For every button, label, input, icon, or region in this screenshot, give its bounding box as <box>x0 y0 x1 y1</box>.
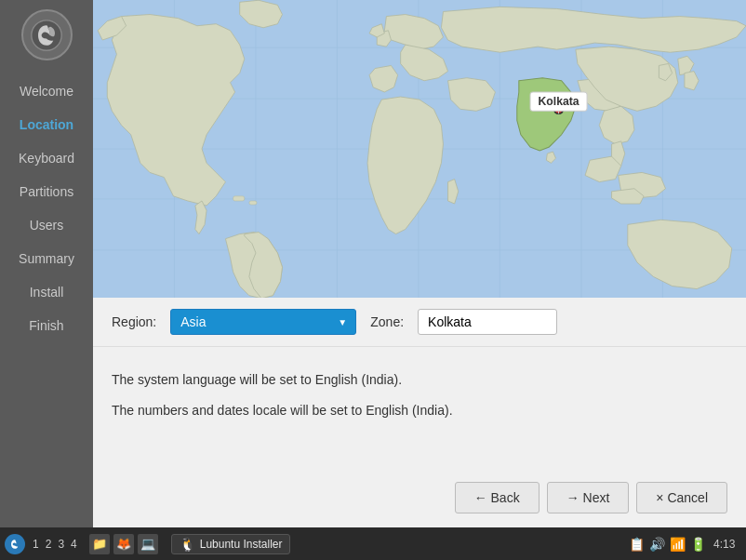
back-button[interactable]: ← Back <box>455 482 540 513</box>
taskbar-left: 1 2 3 4 📁 🦊 💻 🐧 Lubuntu Installer <box>5 534 290 554</box>
cancel-button[interactable]: × Cancel <box>636 482 727 513</box>
sidebar-item-welcome[interactable]: Welcome <box>0 74 93 108</box>
region-label: Region: <box>112 314 156 329</box>
taskbar-filemanager-icon[interactable]: 📁 <box>89 534 110 554</box>
taskbar-terminal-icon[interactable]: 💻 <box>138 534 158 554</box>
sidebar-item-keyboard[interactable]: Keyboard <box>0 141 93 175</box>
taskbar-clock: 4:13 <box>713 538 741 551</box>
svg-point-20 <box>8 537 21 550</box>
taskbar-network-icon[interactable]: 📶 <box>670 537 686 552</box>
taskbar: 1 2 3 4 📁 🦊 💻 🐧 Lubuntu Installer <box>0 527 746 560</box>
taskbar-app-label: Lubuntu Installer <box>200 538 283 551</box>
sidebar-item-finish[interactable]: Finish <box>0 309 93 342</box>
svg-rect-15 <box>249 201 257 205</box>
sidebar-item-install[interactable]: Install <box>0 275 93 309</box>
taskbar-volume-icon[interactable]: 🔊 <box>649 537 665 552</box>
taskbar-firefox-icon[interactable]: 🦊 <box>113 534 134 554</box>
taskbar-lubuntu-icon[interactable] <box>5 534 25 554</box>
svg-point-0 <box>32 20 61 49</box>
logo <box>21 9 73 60</box>
sidebar: Welcome Location Keyboard Partitions Use… <box>0 0 93 527</box>
info-area: The system language will be set to Engli… <box>93 347 746 473</box>
info-line-2: The numbers and dates locale will be set… <box>112 401 727 420</box>
sidebar-item-location[interactable]: Location <box>0 108 93 141</box>
taskbar-battery-icon[interactable]: 🔋 <box>690 537 706 552</box>
region-select[interactable]: Asia Europe America Africa Pacific <box>170 309 356 335</box>
info-line-1: The system language will be set to Engli… <box>112 370 727 390</box>
taskbar-workspace-numbers[interactable]: 1 2 3 4 <box>31 538 79 551</box>
taskbar-clipboard-icon[interactable]: 📋 <box>629 537 645 552</box>
taskbar-active-app[interactable]: 🐧 Lubuntu Installer <box>171 534 291 554</box>
button-row: ← Back → Next × Cancel <box>93 473 746 527</box>
zone-value: Kolkata <box>418 309 557 335</box>
taskbar-app-icons: 📁 🦊 💻 <box>89 534 158 554</box>
region-select-wrapper[interactable]: Asia Europe America Africa Pacific <box>170 309 356 335</box>
region-zone-row: Region: Asia Europe America Africa Pacif… <box>93 298 746 347</box>
sidebar-item-summary[interactable]: Summary <box>0 242 93 275</box>
svg-rect-14 <box>233 196 245 201</box>
zone-label: Zone: <box>370 314 404 329</box>
sidebar-item-users[interactable]: Users <box>0 208 93 242</box>
content-area: Kolkata Region: Asia Europe America Afri… <box>93 0 746 527</box>
world-map[interactable]: Kolkata <box>93 0 746 298</box>
sidebar-item-partitions[interactable]: Partitions <box>0 175 93 208</box>
next-button[interactable]: → Next <box>547 482 630 513</box>
svg-text:Kolkata: Kolkata <box>539 95 579 108</box>
taskbar-right: 📋 🔊 📶 🔋 4:13 <box>629 537 741 552</box>
taskbar-tray-icons: 📋 🔊 📶 🔋 <box>629 537 706 552</box>
